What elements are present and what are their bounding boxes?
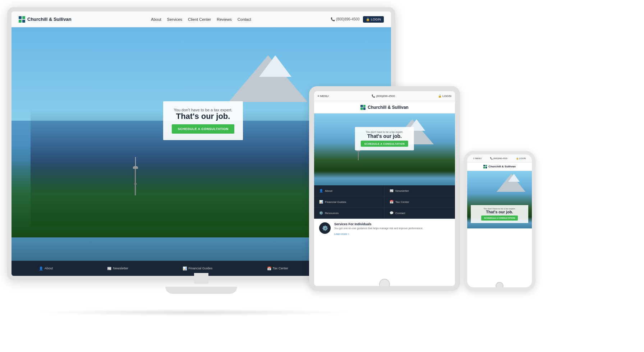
- lock-icon: 🔒: [438, 94, 442, 98]
- desktop-phone: 📞 (800)896-4500: [331, 17, 359, 21]
- phone-phone-icon: 📞: [490, 157, 493, 159]
- tablet-menu-financial[interactable]: 📊 Financial Guides: [314, 196, 385, 208]
- tablet-menu-button[interactable]: ≡ MENU: [318, 94, 328, 98]
- tablet-login-button[interactable]: 🔒 LOGIN: [438, 94, 451, 98]
- tablet-menu-taxcenter[interactable]: 📅 Tax Center: [385, 196, 455, 208]
- tablet-hero-maintext: That's our job.: [361, 133, 408, 139]
- phone-icon: 📞: [372, 94, 375, 98]
- logo-sq-blue-br: [22, 20, 25, 23]
- tablet-logo-text: Churchill & Sullivan: [368, 105, 408, 110]
- phone-mountain-snow: [508, 174, 520, 182]
- phone-logo-sq-green-tr: [486, 165, 487, 167]
- phone-logo-sq-blue-br: [486, 167, 487, 168]
- nav-link-reviews[interactable]: Reviews: [217, 17, 232, 22]
- tablet-logo-sq-green-tr: [363, 105, 366, 107]
- mountain-snow: [259, 55, 291, 77]
- person-icon: 👤: [39, 267, 43, 270]
- phone-logo-icon: [483, 165, 487, 168]
- monitor-stand: [165, 273, 237, 295]
- phone-logobar: Churchill & Sullivan: [467, 162, 532, 171]
- tablet-phone[interactable]: 📞 (800)896-4500: [372, 94, 395, 98]
- desktop-bottom-about[interactable]: 👤 About: [39, 267, 53, 270]
- tablet-home-button[interactable]: [379, 279, 390, 290]
- tablet-screen: ≡ MENU 📞 (800)896-4500 🔒 LOGIN: [314, 91, 455, 286]
- phone-home-button[interactable]: [496, 282, 503, 290]
- tablet-about-label: About: [325, 189, 332, 193]
- scene: Churchill & Sullivan About Services Clie…: [0, 0, 644, 352]
- desktop-navbar: Churchill & Sullivan About Services Clie…: [12, 11, 391, 27]
- tablet-menu-about[interactable]: 👤 About: [314, 185, 385, 196]
- hamburger-icon: ≡: [318, 94, 319, 98]
- tablet-menu-grid: 👤 About 📰 Newsletter 📊 Financial Guides …: [314, 185, 455, 219]
- tablet-hero-overlay: You don't have to be a tax expert. That'…: [355, 127, 414, 150]
- desktop-hero-maintext: That's our job.: [172, 112, 234, 121]
- desktop-logo[interactable]: Churchill & Sullivan: [19, 16, 72, 23]
- phone-logo-sq-blue-tl: [483, 165, 485, 167]
- phone-frame: ≡ MENU 📞 (800)896-4500 🔒 LOGIN: [464, 151, 535, 291]
- phone-login-button[interactable]: 🔒 LOGIN: [516, 157, 526, 159]
- chart-icon: 📊: [183, 267, 187, 270]
- tablet-service-description: You get one-on-one guidance that helps m…: [334, 227, 423, 230]
- tablet-service-title: Services For Individuals: [334, 222, 423, 226]
- tablet-logo-sq-blue-br: [363, 107, 366, 110]
- logo-sq-green-tr: [22, 16, 25, 19]
- tablet-logo-sq-blue-tl: [360, 105, 363, 107]
- tablet-topbar: ≡ MENU 📞 (800)896-4500 🔒 LOGIN: [314, 91, 455, 101]
- tablet-hero: You don't have to be a tax expert. That'…: [314, 114, 455, 185]
- phone-menu-button[interactable]: ≡ MENU: [473, 157, 482, 159]
- tablet-device: ≡ MENU 📞 (800)896-4500 🔒 LOGIN: [309, 86, 460, 291]
- phone-topbar: ≡ MENU 📞 (800)896-4500 🔒 LOGIN: [467, 154, 532, 162]
- tablet-chart-icon: 📊: [319, 200, 323, 204]
- tablet-frame: ≡ MENU 📞 (800)896-4500 🔒 LOGIN: [309, 86, 460, 291]
- monitor-shadow: [36, 309, 352, 316]
- desktop-login-button[interactable]: 🔒 LOGIN: [363, 16, 384, 23]
- phone-hero: You don't have to be a tax expert. That'…: [467, 171, 532, 228]
- phone-camera: [499, 152, 501, 154]
- tablet-contact-label: Contact: [395, 212, 405, 215]
- nav-link-contact[interactable]: Contact: [238, 17, 251, 22]
- tablet-financial-label: Financial Guides: [325, 200, 346, 204]
- nav-link-services[interactable]: Services: [167, 17, 182, 22]
- tablet-camera: [383, 88, 386, 91]
- monitor-stand-neck: [194, 273, 208, 284]
- desktop-bottom-financial[interactable]: 📊 Financial Guides: [183, 267, 212, 270]
- phone-hero-maintext: That's our job.: [474, 210, 525, 214]
- phone-screen: ≡ MENU 📞 (800)896-4500 🔒 LOGIN: [467, 154, 532, 287]
- tablet-gear-icon: ⚙️: [319, 211, 323, 215]
- tablet-chat-icon: 💬: [390, 211, 394, 215]
- tablet-service-link[interactable]: Learn more >: [334, 233, 349, 235]
- monitor-stand-base: [165, 287, 237, 294]
- logo-sq-green-bl: [19, 20, 22, 23]
- desktop-bottom-newsletter[interactable]: 📰 Newsletter: [107, 267, 128, 270]
- tablet-logo-icon: [360, 105, 365, 110]
- phone-phone-button[interactable]: 📞 (800)896-4500: [490, 157, 507, 159]
- tablet-logobar: Churchill & Sullivan: [314, 101, 455, 114]
- nav-link-client-center[interactable]: Client Center: [188, 17, 211, 22]
- tablet-menu-newsletter[interactable]: 📰 Newsletter: [385, 185, 455, 196]
- phone-cta-button[interactable]: SCHEDULE A CONSULTATION: [481, 216, 518, 221]
- phone-lock-icon: 🔒: [516, 157, 519, 159]
- tablet-taxcenter-label: Tax Center: [395, 200, 409, 204]
- phone-logo-text: Churchill & Sullivan: [488, 165, 516, 168]
- phone-logo-sq-green-bl: [483, 167, 485, 168]
- tablet-menu-contact[interactable]: 💬 Contact: [385, 208, 455, 219]
- tablet-service-content: Services For Individuals You get one-on-…: [334, 222, 423, 236]
- logo-icon: [19, 16, 25, 23]
- desktop-hero-overlay: You don't have to be a tax expert. That'…: [163, 101, 243, 140]
- tablet-service-icon: ⚙️: [319, 222, 331, 234]
- desktop-nav-links: About Services Client Center Reviews Con…: [151, 17, 251, 22]
- newsletter-icon: 📰: [107, 267, 111, 270]
- tablet-logo-sq-green-bl: [360, 107, 363, 110]
- tablet-services-section: ⚙️ Services For Individuals You get one-…: [314, 219, 455, 240]
- phone-hamburger-icon: ≡: [473, 157, 475, 159]
- tablet-menu-resources[interactable]: ⚙️ Resources: [314, 208, 385, 219]
- tablet-cta-button[interactable]: SCHEDULE A CONSULTATION: [361, 141, 408, 147]
- tablet-resources-label: Resources: [325, 212, 339, 215]
- tablet-calendar-icon: 📅: [390, 200, 394, 204]
- desktop-cta-button[interactable]: SCHEDULE A CONSULTATION: [172, 124, 234, 134]
- desktop-bottom-taxcenter[interactable]: 📅 Tax Center: [267, 267, 289, 270]
- phone-hero-overlay: You don't have to be a tax expert. That'…: [471, 205, 528, 223]
- nav-link-about[interactable]: About: [151, 17, 161, 22]
- tablet-hero-subtext: You don't have to be a tax expert.: [361, 131, 408, 133]
- tablet-newsletter-label: Newsletter: [395, 189, 409, 193]
